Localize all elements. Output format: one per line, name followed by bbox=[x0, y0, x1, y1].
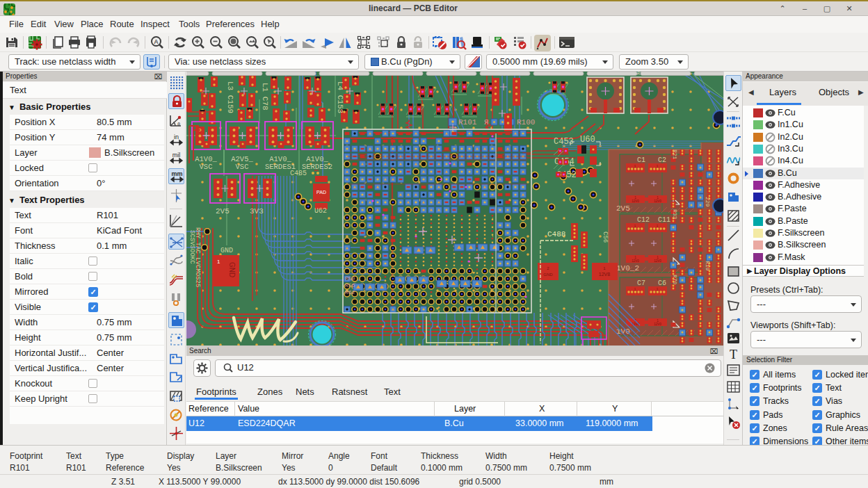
svg-text:θ: θ bbox=[177, 122, 180, 127]
svg-text:C485: C485 bbox=[290, 170, 307, 177]
svg-text:GND: GND bbox=[220, 247, 233, 254]
svg-text:R33: R33 bbox=[672, 209, 678, 220]
svg-text:12V0: 12V0 bbox=[654, 259, 661, 263]
svg-text:U60: U60 bbox=[580, 135, 595, 145]
svg-text:L3 C159: L3 C159 bbox=[226, 81, 234, 113]
svg-text:A: A bbox=[154, 38, 159, 45]
svg-text:229: 229 bbox=[705, 197, 711, 207]
svg-text:R19: R19 bbox=[705, 261, 711, 271]
svg-text:12V8: 12V8 bbox=[599, 272, 610, 277]
svg-text:Я: Я bbox=[484, 118, 489, 127]
svg-text:C1: C1 bbox=[637, 156, 645, 164]
svg-text:C7: C7 bbox=[637, 279, 645, 287]
svg-text:3V3: 3V3 bbox=[250, 207, 264, 215]
svg-text:U62: U62 bbox=[314, 207, 327, 215]
svg-text:1: 1 bbox=[217, 259, 220, 265]
svg-text:in: in bbox=[174, 133, 179, 140]
svg-text:R62: R62 bbox=[345, 289, 355, 295]
svg-text:C6: C6 bbox=[658, 279, 666, 287]
svg-text:VSC: VSC bbox=[236, 163, 249, 171]
svg-text:C488: C488 bbox=[547, 230, 565, 238]
svg-text:C56: C56 bbox=[602, 231, 609, 243]
svg-text:12V0: 12V0 bbox=[632, 200, 639, 203]
svg-text:T: T bbox=[730, 348, 737, 361]
svg-text:GND: GND bbox=[228, 262, 236, 277]
svg-text:GND: GND bbox=[543, 273, 553, 277]
svg-text:C11: C11 bbox=[658, 216, 670, 224]
svg-text:R21: R21 bbox=[672, 149, 678, 160]
svg-text:R70: R70 bbox=[672, 275, 678, 285]
svg-text:L1 C78: L1 C78 bbox=[261, 83, 269, 111]
svg-text:C12: C12 bbox=[637, 216, 650, 224]
svg-text:1V0_2: 1V0_2 bbox=[616, 264, 639, 273]
svg-text:12V0: 12V0 bbox=[654, 323, 661, 326]
svg-text:C2: C2 bbox=[658, 156, 666, 164]
svg-text:mm: mm bbox=[171, 170, 182, 177]
svg-text:mil: mil bbox=[172, 152, 181, 158]
svg-text:2V5: 2V5 bbox=[616, 204, 630, 213]
svg-text:2V5: 2V5 bbox=[216, 207, 230, 215]
svg-text:L4 C153: L4 C153 bbox=[336, 81, 344, 113]
svg-text:R101: R101 bbox=[458, 118, 477, 127]
svg-text:SCSVSOOKC: SCSVSOOKC bbox=[188, 230, 195, 264]
svg-text:12V0: 12V0 bbox=[654, 200, 661, 203]
svg-text:R56: R56 bbox=[345, 282, 355, 288]
svg-text:VSC: VSC bbox=[200, 163, 213, 171]
svg-text:PAD: PAD bbox=[316, 190, 326, 195]
svg-text:R50: R50 bbox=[345, 275, 355, 282]
svg-text:R100: R100 bbox=[517, 118, 535, 127]
svg-text:12V0: 12V0 bbox=[632, 259, 639, 263]
